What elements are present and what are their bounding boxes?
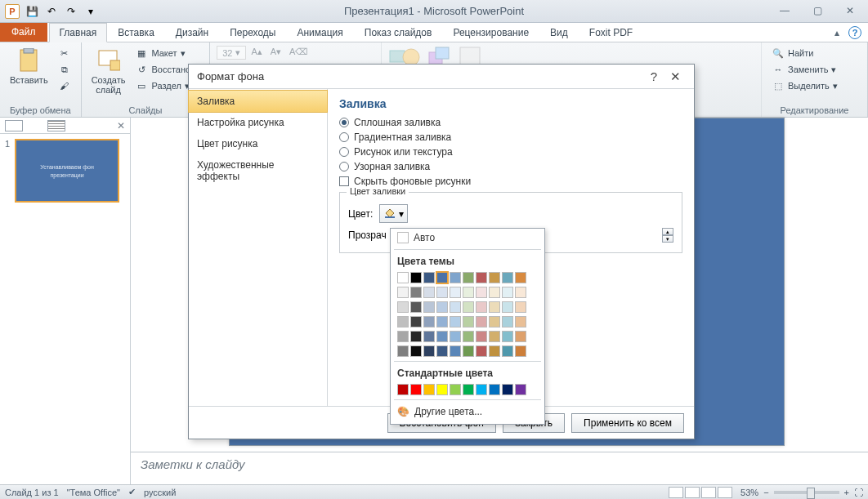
tab-view[interactable]: Вид: [539, 22, 579, 42]
color-swatch[interactable]: [436, 287, 448, 298]
color-swatch[interactable]: [410, 384, 422, 395]
close-pane-icon[interactable]: ✕: [117, 120, 125, 131]
tab-slideshow[interactable]: Показ слайдов: [354, 22, 443, 42]
file-tab[interactable]: Файл: [0, 22, 47, 42]
view-normal-icon[interactable]: [669, 487, 683, 498]
radio-pattern[interactable]: [339, 162, 349, 172]
new-slide-button[interactable]: Создать слайд: [88, 46, 129, 96]
tab-foxit[interactable]: Foxit PDF: [579, 22, 643, 42]
apply-all-button[interactable]: Применить ко всем: [571, 413, 684, 433]
color-swatch[interactable]: [423, 345, 435, 357]
color-swatch[interactable]: [423, 301, 435, 313]
radio-picture[interactable]: [339, 147, 349, 157]
color-swatch[interactable]: [450, 331, 461, 342]
color-swatch[interactable]: [463, 272, 474, 283]
color-swatch[interactable]: [436, 272, 448, 283]
copy-button[interactable]: ⧉: [55, 62, 74, 77]
find-button[interactable]: 🔍Найти: [768, 46, 861, 60]
color-swatch[interactable]: [423, 287, 435, 298]
zoom-level[interactable]: 53%: [740, 488, 758, 497]
color-swatch[interactable]: [410, 287, 422, 298]
tab-transitions[interactable]: Переходы: [219, 22, 286, 42]
color-swatch[interactable]: [436, 316, 448, 327]
status-language[interactable]: русский: [144, 488, 176, 497]
color-swatch[interactable]: [502, 316, 513, 327]
view-sorter-icon[interactable]: [685, 487, 700, 498]
color-swatch[interactable]: [489, 272, 500, 283]
color-swatch[interactable]: [423, 384, 435, 395]
close-button[interactable]: ✕: [834, 2, 866, 20]
color-swatch[interactable]: [476, 272, 487, 283]
color-swatch[interactable]: [410, 301, 422, 313]
color-swatch[interactable]: [397, 287, 409, 298]
color-swatch[interactable]: [476, 316, 487, 327]
radio-solid[interactable]: [339, 118, 349, 127]
color-swatch[interactable]: [515, 301, 526, 313]
select-button[interactable]: ⬚Выделить ▾: [768, 78, 861, 93]
format-painter-button[interactable]: 🖌: [55, 78, 74, 93]
more-colors[interactable]: 🎨Другие цвета...: [391, 403, 544, 421]
color-swatch[interactable]: [515, 384, 526, 395]
qat-undo-icon[interactable]: ↶: [43, 2, 60, 20]
color-swatch[interactable]: [397, 384, 409, 395]
ribbon-minimize-icon[interactable]: ▴: [830, 26, 843, 39]
help-icon[interactable]: ?: [848, 26, 861, 39]
color-swatch[interactable]: [463, 301, 474, 313]
color-swatch[interactable]: [515, 287, 526, 298]
color-swatch[interactable]: [515, 272, 526, 283]
color-swatch[interactable]: [476, 345, 487, 357]
layout-button[interactable]: ▦Макет ▾: [132, 46, 203, 60]
color-swatch[interactable]: [515, 316, 526, 327]
color-swatch[interactable]: [502, 331, 513, 342]
app-icon[interactable]: P: [3, 2, 21, 20]
color-swatch[interactable]: [489, 316, 500, 327]
color-swatch[interactable]: [489, 331, 500, 342]
dialog-help-icon[interactable]: ?: [643, 69, 664, 83]
color-swatch[interactable]: [476, 384, 487, 395]
color-swatch[interactable]: [423, 331, 435, 342]
color-swatch[interactable]: [502, 287, 513, 298]
tab-animation[interactable]: Анимация: [286, 22, 353, 42]
qat-save-icon[interactable]: 💾: [23, 2, 41, 20]
color-picker-button[interactable]: ▾: [379, 204, 408, 223]
color-swatch[interactable]: [515, 345, 526, 357]
dialog-close-icon[interactable]: ✕: [664, 69, 686, 84]
color-swatch[interactable]: [502, 272, 513, 283]
color-swatch[interactable]: [436, 301, 448, 313]
zoom-out-icon[interactable]: −: [763, 488, 768, 497]
color-swatch[interactable]: [476, 287, 487, 298]
color-swatch[interactable]: [489, 287, 500, 298]
color-swatch[interactable]: [397, 272, 409, 283]
color-swatch[interactable]: [450, 316, 461, 327]
notes-pane[interactable]: Заметки к слайду: [131, 452, 868, 484]
color-swatch[interactable]: [489, 384, 500, 395]
color-swatch[interactable]: [476, 301, 487, 313]
color-swatch[interactable]: [489, 301, 500, 313]
transparency-spinner[interactable]: ▴▾: [662, 228, 673, 243]
slide-thumbnail[interactable]: Устанавливаем фон презентации: [15, 139, 119, 203]
color-swatch[interactable]: [450, 287, 461, 298]
color-swatch[interactable]: [463, 345, 474, 357]
color-swatch[interactable]: [450, 301, 461, 313]
check-hide-bg[interactable]: [339, 176, 349, 186]
spellcheck-icon[interactable]: ✔: [128, 487, 136, 497]
color-swatch[interactable]: [397, 331, 409, 342]
color-swatch[interactable]: [502, 301, 513, 313]
cat-picture[interactable]: Настройка рисунка: [189, 112, 327, 133]
replace-button[interactable]: ↔Заменить ▾: [768, 62, 861, 77]
tab-design[interactable]: Дизайн: [165, 22, 219, 42]
minimize-button[interactable]: —: [768, 2, 801, 20]
color-swatch[interactable]: [410, 345, 422, 357]
color-swatch[interactable]: [410, 272, 422, 283]
color-swatch[interactable]: [450, 345, 461, 357]
maximize-button[interactable]: ▢: [801, 2, 834, 20]
color-swatch[interactable]: [423, 316, 435, 327]
color-swatch[interactable]: [476, 331, 487, 342]
outline-tab-icon[interactable]: [47, 120, 65, 131]
color-swatch[interactable]: [436, 384, 448, 395]
color-swatch[interactable]: [450, 272, 461, 283]
color-auto[interactable]: Авто: [391, 229, 544, 247]
tab-home[interactable]: Главная: [49, 23, 108, 42]
color-swatch[interactable]: [410, 316, 422, 327]
color-swatch[interactable]: [397, 316, 409, 327]
